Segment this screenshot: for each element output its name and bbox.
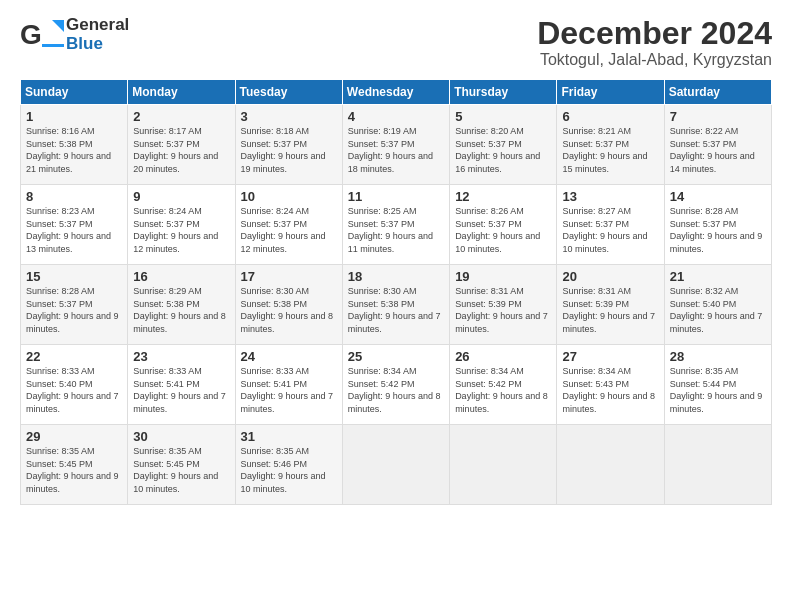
calendar-cell: 12 Sunrise: 8:26 AMSunset: 5:37 PMDaylig… [450, 185, 557, 265]
calendar-week-row: 8 Sunrise: 8:23 AMSunset: 5:37 PMDayligh… [21, 185, 772, 265]
calendar-cell: 23 Sunrise: 8:33 AMSunset: 5:41 PMDaylig… [128, 345, 235, 425]
day-info: Sunrise: 8:34 AMSunset: 5:42 PMDaylight:… [455, 366, 548, 414]
calendar-cell [664, 425, 771, 505]
calendar-cell: 16 Sunrise: 8:29 AMSunset: 5:38 PMDaylig… [128, 265, 235, 345]
day-info: Sunrise: 8:25 AMSunset: 5:37 PMDaylight:… [348, 206, 433, 254]
calendar-cell: 31 Sunrise: 8:35 AMSunset: 5:46 PMDaylig… [235, 425, 342, 505]
day-info: Sunrise: 8:35 AMSunset: 5:46 PMDaylight:… [241, 446, 326, 494]
day-number: 19 [455, 269, 551, 284]
calendar-cell: 8 Sunrise: 8:23 AMSunset: 5:37 PMDayligh… [21, 185, 128, 265]
calendar-cell: 11 Sunrise: 8:25 AMSunset: 5:37 PMDaylig… [342, 185, 449, 265]
calendar-week-row: 1 Sunrise: 8:16 AMSunset: 5:38 PMDayligh… [21, 105, 772, 185]
day-info: Sunrise: 8:18 AMSunset: 5:37 PMDaylight:… [241, 126, 326, 174]
svg-text:G: G [20, 19, 42, 50]
calendar-week-row: 15 Sunrise: 8:28 AMSunset: 5:37 PMDaylig… [21, 265, 772, 345]
day-info: Sunrise: 8:33 AMSunset: 5:40 PMDaylight:… [26, 366, 119, 414]
day-info: Sunrise: 8:16 AMSunset: 5:38 PMDaylight:… [26, 126, 111, 174]
day-number: 17 [241, 269, 337, 284]
day-info: Sunrise: 8:33 AMSunset: 5:41 PMDaylight:… [133, 366, 226, 414]
logo: G General Blue [20, 16, 129, 54]
calendar-cell: 26 Sunrise: 8:34 AMSunset: 5:42 PMDaylig… [450, 345, 557, 425]
day-info: Sunrise: 8:31 AMSunset: 5:39 PMDaylight:… [562, 286, 655, 334]
calendar-cell: 20 Sunrise: 8:31 AMSunset: 5:39 PMDaylig… [557, 265, 664, 345]
day-number: 10 [241, 189, 337, 204]
day-info: Sunrise: 8:33 AMSunset: 5:41 PMDaylight:… [241, 366, 334, 414]
title-block: December 2024 Toktogul, Jalal-Abad, Kyrg… [537, 16, 772, 69]
calendar-cell: 29 Sunrise: 8:35 AMSunset: 5:45 PMDaylig… [21, 425, 128, 505]
day-number: 13 [562, 189, 658, 204]
calendar-week-row: 29 Sunrise: 8:35 AMSunset: 5:45 PMDaylig… [21, 425, 772, 505]
day-info: Sunrise: 8:35 AMSunset: 5:45 PMDaylight:… [133, 446, 218, 494]
day-number: 3 [241, 109, 337, 124]
page: G General Blue December 2024 Toktogul, J… [0, 0, 792, 612]
calendar-cell: 24 Sunrise: 8:33 AMSunset: 5:41 PMDaylig… [235, 345, 342, 425]
day-info: Sunrise: 8:35 AMSunset: 5:44 PMDaylight:… [670, 366, 763, 414]
day-info: Sunrise: 8:26 AMSunset: 5:37 PMDaylight:… [455, 206, 540, 254]
calendar-cell: 6 Sunrise: 8:21 AMSunset: 5:37 PMDayligh… [557, 105, 664, 185]
page-title: December 2024 [537, 16, 772, 51]
svg-marker-1 [52, 20, 64, 32]
calendar-cell: 4 Sunrise: 8:19 AMSunset: 5:37 PMDayligh… [342, 105, 449, 185]
day-info: Sunrise: 8:23 AMSunset: 5:37 PMDaylight:… [26, 206, 111, 254]
calendar-cell: 18 Sunrise: 8:30 AMSunset: 5:38 PMDaylig… [342, 265, 449, 345]
calendar-cell: 22 Sunrise: 8:33 AMSunset: 5:40 PMDaylig… [21, 345, 128, 425]
day-number: 11 [348, 189, 444, 204]
day-number: 30 [133, 429, 229, 444]
header-saturday: Saturday [664, 80, 771, 105]
header-monday: Monday [128, 80, 235, 105]
day-number: 2 [133, 109, 229, 124]
calendar-cell [450, 425, 557, 505]
day-number: 16 [133, 269, 229, 284]
day-info: Sunrise: 8:20 AMSunset: 5:37 PMDaylight:… [455, 126, 540, 174]
calendar-cell: 25 Sunrise: 8:34 AMSunset: 5:42 PMDaylig… [342, 345, 449, 425]
calendar-cell: 15 Sunrise: 8:28 AMSunset: 5:37 PMDaylig… [21, 265, 128, 345]
day-number: 9 [133, 189, 229, 204]
calendar-cell: 14 Sunrise: 8:28 AMSunset: 5:37 PMDaylig… [664, 185, 771, 265]
day-number: 1 [26, 109, 122, 124]
header-friday: Friday [557, 80, 664, 105]
day-number: 12 [455, 189, 551, 204]
day-info: Sunrise: 8:35 AMSunset: 5:45 PMDaylight:… [26, 446, 119, 494]
day-info: Sunrise: 8:30 AMSunset: 5:38 PMDaylight:… [348, 286, 441, 334]
day-info: Sunrise: 8:24 AMSunset: 5:37 PMDaylight:… [241, 206, 326, 254]
day-number: 26 [455, 349, 551, 364]
calendar-cell: 5 Sunrise: 8:20 AMSunset: 5:37 PMDayligh… [450, 105, 557, 185]
day-info: Sunrise: 8:34 AMSunset: 5:43 PMDaylight:… [562, 366, 655, 414]
day-number: 4 [348, 109, 444, 124]
svg-rect-2 [42, 44, 64, 47]
day-number: 15 [26, 269, 122, 284]
calendar-cell: 1 Sunrise: 8:16 AMSunset: 5:38 PMDayligh… [21, 105, 128, 185]
day-number: 8 [26, 189, 122, 204]
page-subtitle: Toktogul, Jalal-Abad, Kyrgyzstan [537, 51, 772, 69]
calendar-cell: 27 Sunrise: 8:34 AMSunset: 5:43 PMDaylig… [557, 345, 664, 425]
calendar-cell [557, 425, 664, 505]
header-thursday: Thursday [450, 80, 557, 105]
day-info: Sunrise: 8:24 AMSunset: 5:37 PMDaylight:… [133, 206, 218, 254]
logo-general: General [66, 16, 129, 35]
day-info: Sunrise: 8:27 AMSunset: 5:37 PMDaylight:… [562, 206, 647, 254]
day-number: 22 [26, 349, 122, 364]
calendar-cell: 7 Sunrise: 8:22 AMSunset: 5:37 PMDayligh… [664, 105, 771, 185]
day-info: Sunrise: 8:19 AMSunset: 5:37 PMDaylight:… [348, 126, 433, 174]
day-number: 14 [670, 189, 766, 204]
calendar-cell: 9 Sunrise: 8:24 AMSunset: 5:37 PMDayligh… [128, 185, 235, 265]
logo-blue: Blue [66, 35, 129, 54]
calendar-cell: 2 Sunrise: 8:17 AMSunset: 5:37 PMDayligh… [128, 105, 235, 185]
day-info: Sunrise: 8:28 AMSunset: 5:37 PMDaylight:… [670, 206, 763, 254]
day-number: 6 [562, 109, 658, 124]
calendar-cell: 13 Sunrise: 8:27 AMSunset: 5:37 PMDaylig… [557, 185, 664, 265]
day-info: Sunrise: 8:22 AMSunset: 5:37 PMDaylight:… [670, 126, 755, 174]
day-info: Sunrise: 8:21 AMSunset: 5:37 PMDaylight:… [562, 126, 647, 174]
header-sunday: Sunday [21, 80, 128, 105]
day-number: 31 [241, 429, 337, 444]
day-info: Sunrise: 8:28 AMSunset: 5:37 PMDaylight:… [26, 286, 119, 334]
day-number: 27 [562, 349, 658, 364]
header-wednesday: Wednesday [342, 80, 449, 105]
day-info: Sunrise: 8:34 AMSunset: 5:42 PMDaylight:… [348, 366, 441, 414]
day-number: 21 [670, 269, 766, 284]
day-number: 7 [670, 109, 766, 124]
calendar-cell: 21 Sunrise: 8:32 AMSunset: 5:40 PMDaylig… [664, 265, 771, 345]
day-number: 23 [133, 349, 229, 364]
calendar-cell [342, 425, 449, 505]
calendar-cell: 30 Sunrise: 8:35 AMSunset: 5:45 PMDaylig… [128, 425, 235, 505]
